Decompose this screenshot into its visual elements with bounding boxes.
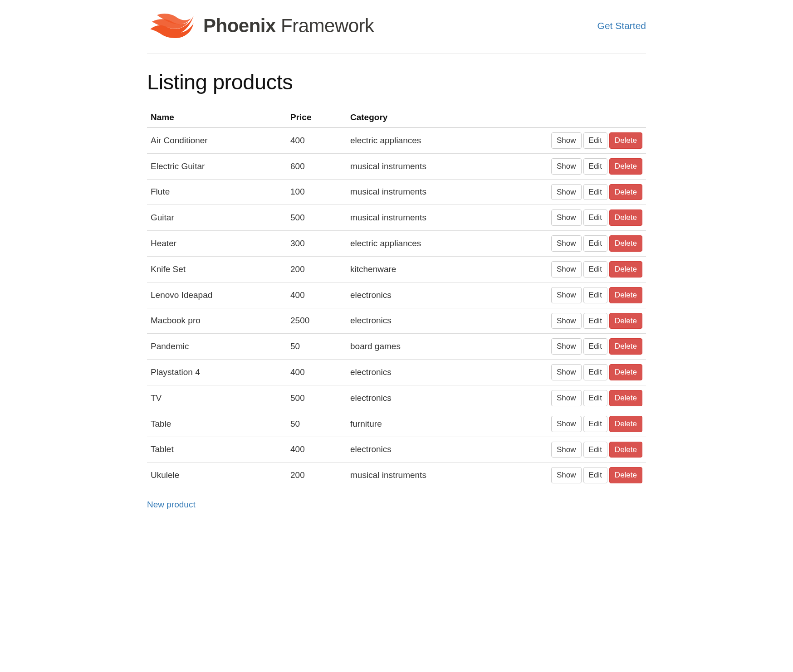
brand-name-strong: Phoenix <box>203 15 276 36</box>
cell-name: TV <box>147 385 287 411</box>
cell-price: 400 <box>287 127 347 153</box>
edit-button[interactable]: Edit <box>583 416 607 432</box>
edit-button[interactable]: Edit <box>583 158 607 175</box>
cell-actions: ShowEditDelete <box>536 334 646 360</box>
delete-button[interactable]: Delete <box>609 209 642 226</box>
delete-button[interactable]: Delete <box>609 261 642 278</box>
table-row: Ukulele200musical instrumentsShowEditDel… <box>147 463 646 488</box>
cell-name: Knife Set <box>147 256 287 282</box>
show-button[interactable]: Show <box>551 390 582 406</box>
cell-name: Air Conditioner <box>147 127 287 153</box>
show-button[interactable]: Show <box>551 442 582 458</box>
show-button[interactable]: Show <box>551 261 582 278</box>
table-row: Pandemic50board gamesShowEditDelete <box>147 334 646 360</box>
cell-price: 100 <box>287 179 347 205</box>
delete-button[interactable]: Delete <box>609 287 642 303</box>
cell-name: Tablet <box>147 437 287 463</box>
table-row: Tablet400electronicsShowEditDelete <box>147 437 646 463</box>
cell-name: Playstation 4 <box>147 360 287 385</box>
show-button[interactable]: Show <box>551 235 582 252</box>
cell-name: Heater <box>147 231 287 257</box>
edit-button[interactable]: Edit <box>583 467 607 483</box>
cell-name: Electric Guitar <box>147 153 287 179</box>
delete-button[interactable]: Delete <box>609 235 642 252</box>
cell-name: Flute <box>147 179 287 205</box>
page-title: Listing products <box>147 69 646 94</box>
show-button[interactable]: Show <box>551 416 582 432</box>
cell-category: electric appliances <box>347 231 536 257</box>
delete-button[interactable]: Delete <box>609 132 642 149</box>
cell-price: 50 <box>287 411 347 437</box>
cell-actions: ShowEditDelete <box>536 153 646 179</box>
cell-actions: ShowEditDelete <box>536 463 646 488</box>
table-row: Flute100musical instrumentsShowEditDelet… <box>147 179 646 205</box>
edit-button[interactable]: Edit <box>583 364 607 380</box>
delete-button[interactable]: Delete <box>609 338 642 355</box>
show-button[interactable]: Show <box>551 467 582 483</box>
show-button[interactable]: Show <box>551 184 582 200</box>
edit-button[interactable]: Edit <box>583 184 607 200</box>
cell-name: Table <box>147 411 287 437</box>
cell-actions: ShowEditDelete <box>536 385 646 411</box>
cell-actions: ShowEditDelete <box>536 282 646 308</box>
cell-category: electronics <box>347 308 536 334</box>
col-header-actions <box>536 108 646 127</box>
delete-button[interactable]: Delete <box>609 158 642 175</box>
cell-price: 400 <box>287 360 347 385</box>
show-button[interactable]: Show <box>551 132 582 149</box>
cell-category: electronics <box>347 360 536 385</box>
cell-category: musical instruments <box>347 463 536 488</box>
cell-category: musical instruments <box>347 179 536 205</box>
table-row: Air Conditioner400electric appliancesSho… <box>147 127 646 153</box>
edit-button[interactable]: Edit <box>583 390 607 406</box>
brand-logo: Phoenix Framework <box>147 8 374 44</box>
edit-button[interactable]: Edit <box>583 287 607 303</box>
cell-price: 200 <box>287 463 347 488</box>
col-header-category: Category <box>347 108 536 127</box>
show-button[interactable]: Show <box>551 158 582 175</box>
cell-actions: ShowEditDelete <box>536 411 646 437</box>
table-row: Electric Guitar600musical instrumentsSho… <box>147 153 646 179</box>
table-row: Knife Set200kitchenwareShowEditDelete <box>147 256 646 282</box>
phoenix-icon <box>147 8 197 44</box>
delete-button[interactable]: Delete <box>609 442 642 458</box>
delete-button[interactable]: Delete <box>609 467 642 483</box>
show-button[interactable]: Show <box>551 209 582 226</box>
cell-actions: ShowEditDelete <box>536 360 646 385</box>
col-header-price: Price <box>287 108 347 127</box>
table-row: Guitar500musical instrumentsShowEditDele… <box>147 205 646 231</box>
cell-actions: ShowEditDelete <box>536 205 646 231</box>
edit-button[interactable]: Edit <box>583 338 607 355</box>
cell-name: Guitar <box>147 205 287 231</box>
edit-button[interactable]: Edit <box>583 313 607 329</box>
delete-button[interactable]: Delete <box>609 390 642 406</box>
page-header: Phoenix Framework Get Started <box>147 0 646 54</box>
cell-category: electronics <box>347 437 536 463</box>
cell-price: 600 <box>287 153 347 179</box>
edit-button[interactable]: Edit <box>583 261 607 278</box>
edit-button[interactable]: Edit <box>583 209 607 226</box>
edit-button[interactable]: Edit <box>583 442 607 458</box>
cell-actions: ShowEditDelete <box>536 308 646 334</box>
edit-button[interactable]: Edit <box>583 132 607 149</box>
brand-text: Phoenix Framework <box>203 15 374 37</box>
cell-price: 200 <box>287 256 347 282</box>
delete-button[interactable]: Delete <box>609 313 642 329</box>
cell-actions: ShowEditDelete <box>536 179 646 205</box>
products-table: Name Price Category Air Conditioner400el… <box>147 108 646 488</box>
show-button[interactable]: Show <box>551 287 582 303</box>
cell-actions: ShowEditDelete <box>536 256 646 282</box>
show-button[interactable]: Show <box>551 338 582 355</box>
cell-price: 500 <box>287 385 347 411</box>
delete-button[interactable]: Delete <box>609 416 642 432</box>
show-button[interactable]: Show <box>551 364 582 380</box>
delete-button[interactable]: Delete <box>609 184 642 200</box>
get-started-link[interactable]: Get Started <box>597 20 646 31</box>
cell-price: 500 <box>287 205 347 231</box>
cell-name: Pandemic <box>147 334 287 360</box>
delete-button[interactable]: Delete <box>609 364 642 380</box>
new-product-link[interactable]: New product <box>147 500 196 510</box>
table-row: Table50furnitureShowEditDelete <box>147 411 646 437</box>
edit-button[interactable]: Edit <box>583 235 607 252</box>
show-button[interactable]: Show <box>551 313 582 329</box>
